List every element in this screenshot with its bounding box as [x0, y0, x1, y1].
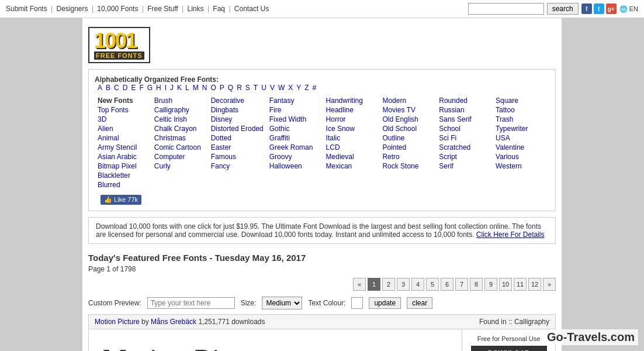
alpha-link-v[interactable]: V [270, 84, 275, 92]
language-selector[interactable]: 🌐 EN [619, 5, 638, 13]
cat-dingbats[interactable]: Dingbats [211, 106, 264, 114]
alpha-link-f[interactable]: F [139, 84, 143, 92]
cat-old-english[interactable]: Old English [382, 115, 433, 123]
cat-disney[interactable]: Disney [211, 115, 264, 123]
cat-greek-roman[interactable]: Greek Roman [269, 143, 320, 152]
cat-top-fonts[interactable]: Top Fonts [98, 106, 148, 114]
cat-trash[interactable]: Trash [496, 115, 546, 123]
alpha-link-m[interactable]: M [193, 84, 199, 92]
clear-button[interactable]: clear [407, 297, 432, 309]
cat-rock-stone[interactable]: Rock Stone [382, 162, 433, 170]
cat-famous[interactable]: Famous [211, 153, 264, 161]
page-6[interactable]: 6 [441, 278, 453, 291]
alpha-link-b[interactable]: B [106, 84, 110, 92]
cat-sans-serif[interactable]: Sans Serif [439, 115, 490, 123]
cat-chalk-crayon[interactable]: Chalk Crayon [154, 125, 205, 133]
cat-usa[interactable]: USA [496, 134, 546, 142]
googleplus-icon[interactable]: g+ [606, 4, 617, 14]
cat-various[interactable]: Various [496, 153, 546, 161]
alpha-link-l[interactable]: L [185, 84, 189, 92]
alpha-link-o[interactable]: O [210, 84, 216, 92]
fb-like-button[interactable]: 👍 Like 77k [101, 195, 141, 205]
cat-fire[interactable]: Fire [269, 106, 320, 114]
page-next[interactable]: » [543, 278, 556, 291]
size-select[interactable]: Small Medium Large [262, 297, 302, 309]
page-11[interactable]: 11 [514, 278, 527, 291]
cat-lcd[interactable]: LCD [326, 143, 377, 152]
update-button[interactable]: update [369, 297, 401, 309]
cat-dotted[interactable]: Dotted [211, 134, 264, 142]
cat-graffiti[interactable]: Graffiti [269, 134, 320, 142]
alpha-link-u[interactable]: U [261, 84, 266, 92]
cat-distorted-eroded[interactable]: Distorted Eroded [211, 125, 264, 133]
facebook-icon[interactable]: f [581, 4, 592, 14]
nav-submit-fonts[interactable]: Submit Fonts [6, 5, 47, 13]
cat-calligraphy[interactable]: Calligraphy [154, 106, 205, 114]
cat-movies-tv[interactable]: Movies TV [382, 106, 433, 114]
cat-pointed[interactable]: Pointed [382, 143, 433, 152]
search-button[interactable]: search [547, 3, 579, 15]
cat-alien[interactable]: Alien [98, 125, 148, 133]
cat-old-school[interactable]: Old School [382, 125, 433, 133]
page-12[interactable]: 12 [528, 278, 541, 291]
cat-halloween[interactable]: Halloween [269, 162, 320, 170]
cat-ice-snow[interactable]: Ice Snow [326, 125, 377, 133]
alpha-link-t[interactable]: T [254, 84, 258, 92]
page-prev[interactable]: « [353, 278, 366, 291]
alpha-link-i[interactable]: I [165, 84, 167, 92]
cat-blurred[interactable]: Blurred [98, 181, 148, 189]
cat-typewriter[interactable]: Typewriter [496, 125, 546, 133]
font-designer-link[interactable]: Måns Grebäck [151, 318, 196, 326]
cat-easter[interactable]: Easter [211, 143, 264, 152]
page-3[interactable]: 3 [397, 278, 410, 291]
alpha-link-s[interactable]: S [245, 84, 250, 92]
alpha-link-e[interactable]: E [131, 84, 136, 92]
cat-tattoo[interactable]: Tattoo [496, 106, 546, 114]
alpha-link-a[interactable]: A [98, 84, 102, 92]
alpha-link-q[interactable]: Q [228, 84, 233, 92]
alpha-link-d[interactable]: D [123, 84, 128, 92]
cat-animal[interactable]: Animal [98, 134, 148, 142]
alpha-link-y[interactable]: Y [296, 84, 301, 92]
alpha-link-w[interactable]: W [278, 84, 285, 92]
cat-retro[interactable]: Retro [382, 153, 433, 161]
cat-scratched[interactable]: Scratched [439, 143, 490, 152]
cat-serif[interactable]: Serif [439, 162, 490, 170]
nav-faq[interactable]: Faq [213, 5, 225, 13]
page-4[interactable]: 4 [411, 278, 424, 291]
cat-handwriting[interactable]: Handwriting [326, 97, 377, 105]
cat-square[interactable]: Square [496, 97, 546, 105]
cat-script[interactable]: Script [439, 153, 490, 161]
colour-picker[interactable] [351, 297, 363, 309]
preview-input[interactable] [147, 297, 235, 309]
page-8[interactable]: 8 [470, 278, 483, 291]
cat-italic[interactable]: Italic [326, 134, 377, 142]
cat-headline[interactable]: Headline [326, 106, 377, 114]
nav-free-stuff[interactable]: Free Stuff [147, 5, 178, 13]
promo-link[interactable]: Click Here For Details [476, 230, 545, 239]
alpha-link-g[interactable]: G [147, 84, 153, 92]
cat-fancy[interactable]: Fancy [211, 162, 264, 170]
cat-3d[interactable]: 3D [98, 115, 148, 123]
alpha-link-h[interactable]: H [156, 84, 161, 92]
page-10[interactable]: 10 [499, 278, 512, 291]
cat-sci-fi[interactable]: Sci Fi [439, 134, 490, 142]
page-5[interactable]: 5 [426, 278, 439, 291]
cat-groovy[interactable]: Groovy [269, 153, 320, 161]
nav-10000-fonts[interactable]: 10,000 Fonts [97, 5, 138, 13]
cat-horror[interactable]: Horror [326, 115, 377, 123]
cat-western[interactable]: Western [496, 162, 546, 170]
cat-christmas[interactable]: Christmas [154, 134, 205, 142]
cat-modern[interactable]: Modern [382, 97, 433, 105]
cat-brush[interactable]: Brush [154, 97, 205, 105]
nav-contact[interactable]: Contact Us [234, 5, 269, 13]
cat-fixed-width[interactable]: Fixed Width [269, 115, 320, 123]
alpha-link-hash[interactable]: # [313, 84, 317, 92]
font-name-link[interactable]: Motion Picture [95, 318, 140, 326]
cat-army-stencil[interactable]: Army Stencil [98, 143, 148, 152]
cat-asian-arabic[interactable]: Asian Arabic [98, 153, 148, 161]
alpha-link-k[interactable]: K [177, 84, 182, 92]
cat-blackletter[interactable]: Blackletter [98, 171, 148, 180]
cat-fantasy[interactable]: Fantasy [269, 97, 320, 105]
cat-bitmap-pixel[interactable]: Bitmap Pixel [98, 162, 148, 170]
